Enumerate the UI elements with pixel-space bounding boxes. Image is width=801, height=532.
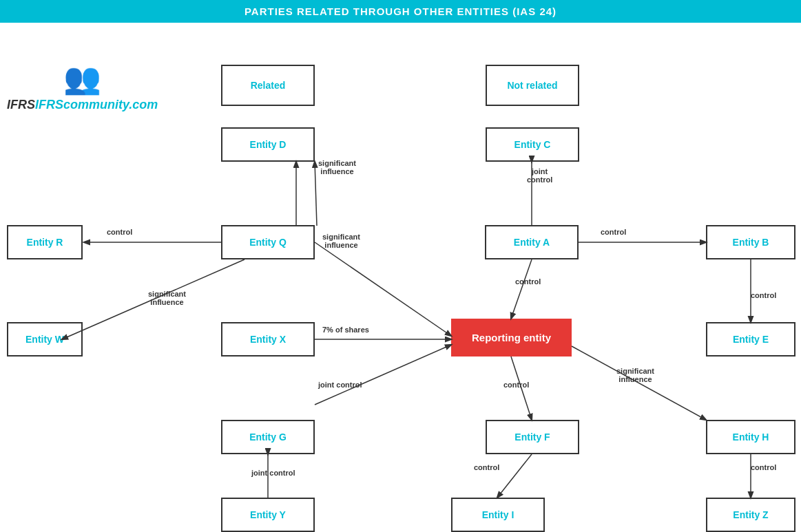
label-g-reporting: joint control <box>318 381 362 389</box>
entity-e: Entity E <box>706 322 795 357</box>
svg-line-13 <box>497 454 532 498</box>
entity-d: Entity D <box>221 127 315 162</box>
entity-w: Entity W <box>7 322 83 357</box>
label-a-reporting: control <box>515 277 541 286</box>
entity-z: Entity Z <box>706 498 795 532</box>
not-related-label: Not related <box>486 65 579 106</box>
svg-line-11 <box>315 345 451 405</box>
label-re-f: control <box>503 381 529 389</box>
entity-b: Entity B <box>706 225 795 259</box>
label-a-b: control <box>601 228 626 236</box>
people-icon: 👥 <box>63 61 101 96</box>
label-q-r: control <box>107 228 132 236</box>
svg-line-15 <box>315 162 317 226</box>
svg-line-7 <box>511 259 532 319</box>
label-a-c: jointcontrol <box>527 167 552 184</box>
reporting-entity: Reporting entity <box>451 319 572 357</box>
entity-y: Entity Y <box>221 498 315 532</box>
label-re-h: significantinfluence <box>616 367 654 383</box>
logo: 👥 IFRSIFRScommunity.com <box>7 61 158 112</box>
label-b-e: control <box>751 291 776 299</box>
svg-line-3 <box>315 242 451 336</box>
header-title: PARTIES RELATED THROUGH OTHER ENTITIES (… <box>245 6 556 17</box>
header: PARTIES RELATED THROUGH OTHER ENTITIES (… <box>0 0 801 23</box>
label-q-reporting: significantinfluence <box>322 233 360 249</box>
entity-i: Entity I <box>451 498 545 532</box>
entity-r: Entity R <box>7 225 83 259</box>
label-q-d: significantinfluence <box>318 159 356 175</box>
label-f-i: control <box>474 463 499 471</box>
entity-q: Entity Q <box>221 225 315 259</box>
entity-x: Entity X <box>221 322 315 357</box>
entity-a: Entity A <box>485 225 579 259</box>
logo-text: IFRSIFRScommunity.com <box>7 98 158 112</box>
entity-c: Entity C <box>486 127 579 162</box>
entity-g: Entity G <box>221 420 315 454</box>
label-x-reporting: 7% of shares <box>322 326 369 334</box>
entity-h: Entity H <box>706 420 795 454</box>
label-h-z: control <box>751 463 776 471</box>
diagram-area: 👥 IFRSIFRScommunity.com Related Not rela… <box>0 23 801 532</box>
related-label: Related <box>221 65 315 106</box>
label-q-w: significantinfluence <box>148 290 186 306</box>
label-y-g: joint control <box>251 469 295 477</box>
entity-f: Entity F <box>486 420 579 454</box>
